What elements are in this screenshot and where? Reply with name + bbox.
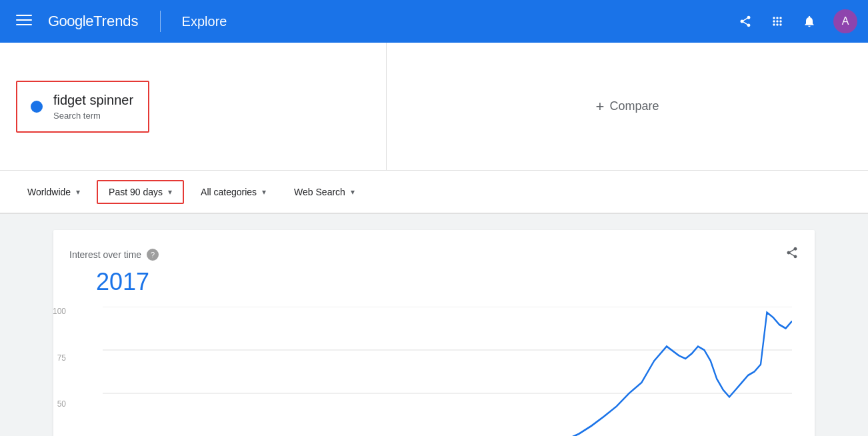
interest-over-time-card: Interest over time ? 2017 100 75 50 25 — [53, 230, 815, 436]
compare-label: Compare — [609, 99, 659, 113]
menu-icon[interactable] — [11, 7, 37, 37]
y-label-75: 75 — [39, 353, 66, 363]
chart-container: 100 75 50 25 — [69, 307, 799, 436]
categories-filter[interactable]: All categories ▾ — [189, 181, 277, 203]
header-logo: Google Trends — [48, 13, 139, 30]
help-icon[interactable]: ? — [147, 249, 159, 261]
compare-button[interactable]: + Compare — [387, 43, 868, 170]
categories-filter-label: All categories — [201, 187, 257, 197]
search-area: fidget spinner Search term + Compare Wor… — [0, 43, 868, 214]
logo-trends: Trends — [93, 13, 139, 30]
share-icon[interactable] — [732, 8, 759, 35]
compare-plus-icon: + — [596, 98, 605, 115]
chart-year: 2017 — [96, 268, 799, 296]
main-content: Interest over time ? 2017 100 75 50 25 — [0, 214, 868, 436]
search-type-filter[interactable]: Web Search ▾ — [283, 181, 366, 203]
time-range-chevron-icon: ▾ — [168, 187, 172, 197]
filter-row: Worldwide ▾ Past 90 days ▾ All categorie… — [0, 171, 868, 213]
search-type-chevron-icon: ▾ — [351, 187, 355, 197]
search-term-text: fidget spinner Search term — [53, 93, 133, 121]
header-icons: A — [732, 8, 857, 35]
app-header: Google Trends Explore A — [0, 0, 868, 43]
chart-header: Interest over time ? — [69, 246, 799, 263]
search-term-name: fidget spinner — [53, 93, 133, 108]
time-range-filter[interactable]: Past 90 days ▾ — [97, 180, 184, 204]
search-dot-icon — [31, 101, 43, 113]
apps-icon[interactable] — [764, 8, 791, 35]
user-avatar[interactable]: A — [833, 9, 857, 33]
search-type-filter-label: Web Search — [294, 187, 345, 197]
header-explore-label: Explore — [182, 14, 227, 29]
share-chart-icon[interactable] — [785, 246, 799, 263]
svg-rect-0 — [16, 15, 32, 16]
y-label-50: 50 — [39, 399, 66, 409]
search-term-chip[interactable]: fidget spinner Search term — [16, 81, 149, 133]
search-term-box: fidget spinner Search term — [0, 43, 387, 170]
header-divider — [160, 11, 161, 32]
y-axis-labels: 100 75 50 25 — [39, 307, 66, 436]
y-label-100: 100 — [39, 307, 66, 316]
logo-google: Google — [48, 13, 93, 30]
search-row: fidget spinner Search term + Compare — [0, 43, 868, 171]
chart-svg-area — [103, 307, 792, 436]
location-filter[interactable]: Worldwide ▾ — [16, 181, 91, 203]
location-filter-label: Worldwide — [27, 187, 71, 197]
location-chevron-icon: ▾ — [76, 187, 80, 197]
time-range-filter-label: Past 90 days — [109, 187, 163, 197]
svg-rect-2 — [16, 24, 32, 25]
search-term-type: Search term — [53, 111, 133, 121]
trend-chart — [103, 307, 792, 436]
categories-chevron-icon: ▾ — [262, 187, 266, 197]
notifications-icon[interactable] — [796, 8, 823, 35]
chart-title-area: Interest over time ? — [69, 249, 159, 261]
chart-title: Interest over time — [69, 249, 141, 260]
svg-rect-1 — [16, 19, 32, 21]
